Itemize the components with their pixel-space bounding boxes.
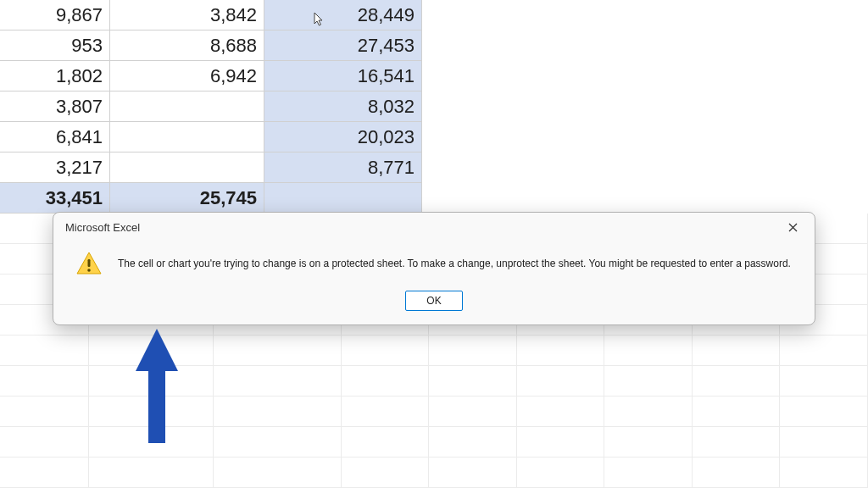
svg-point-3: [87, 269, 91, 272]
cell[interactable]: [110, 122, 264, 152]
dialog-titlebar: Microsoft Excel: [53, 213, 815, 238]
cell[interactable]: [264, 183, 422, 214]
dialog-title: Microsoft Excel: [65, 221, 140, 234]
table-row[interactable]: 1,8026,94216,541: [0, 61, 868, 92]
table-row[interactable]: 9538,68827,453: [0, 30, 868, 61]
cell[interactable]: 27,453: [264, 30, 422, 61]
cell[interactable]: 6,841: [0, 122, 110, 152]
table-row[interactable]: 3,2178,771: [0, 152, 868, 183]
cell[interactable]: 1,802: [0, 61, 110, 92]
table-row[interactable]: 9,8673,84228,449: [0, 0, 868, 30]
cell[interactable]: 28,449: [264, 0, 422, 30]
cell[interactable]: [110, 92, 264, 122]
cell[interactable]: 8,688: [110, 30, 264, 61]
cell[interactable]: 3,807: [0, 92, 110, 122]
table-row[interactable]: 3,8078,032: [0, 92, 868, 122]
close-icon: [788, 223, 798, 232]
close-button[interactable]: [781, 218, 804, 236]
cell[interactable]: 16,541: [264, 61, 422, 92]
ok-button[interactable]: OK: [405, 291, 463, 311]
protected-sheet-dialog: Microsoft Excel The cell or chart you're…: [53, 212, 815, 325]
cell[interactable]: 9,867: [0, 0, 110, 30]
cell[interactable]: 953: [0, 30, 110, 61]
cell[interactable]: 20,023: [264, 122, 422, 152]
svg-rect-2: [88, 259, 91, 267]
cell[interactable]: 3,217: [0, 152, 110, 183]
table-row[interactable]: 33,45125,745: [0, 183, 868, 214]
warning-icon: [75, 250, 103, 277]
table-row[interactable]: 6,84120,023: [0, 122, 868, 152]
cell[interactable]: 25,745: [110, 183, 264, 214]
cell[interactable]: 3,842: [110, 0, 264, 30]
cell[interactable]: 8,032: [264, 92, 422, 122]
annotation-arrow-icon: [136, 329, 178, 443]
cell[interactable]: 6,942: [110, 61, 264, 92]
cell[interactable]: 8,771: [264, 152, 422, 183]
dialog-message: The cell or chart you're trying to chang…: [118, 257, 791, 271]
cell[interactable]: [110, 152, 264, 183]
cell[interactable]: 33,451: [0, 183, 110, 214]
